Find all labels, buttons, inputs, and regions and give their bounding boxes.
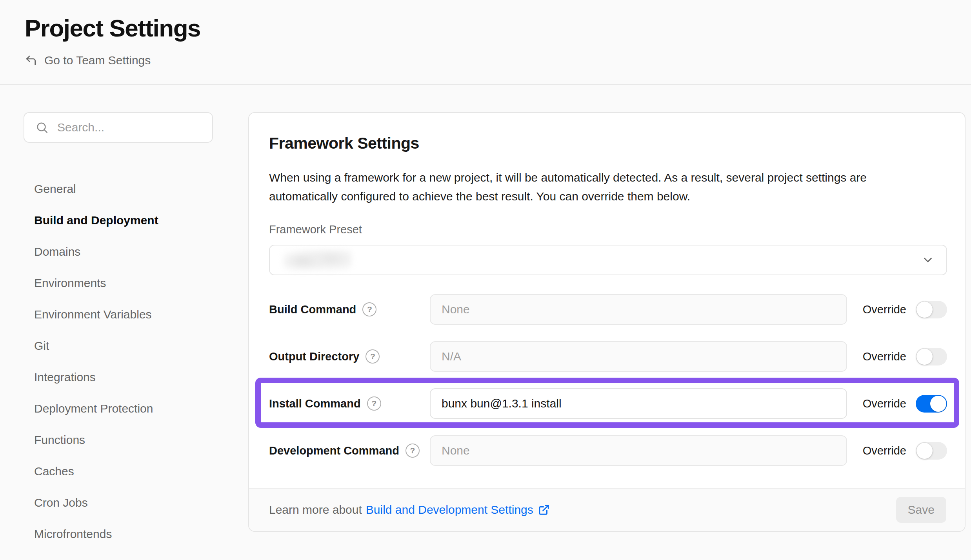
help-icon[interactable]: ? bbox=[365, 349, 380, 364]
development-command-input[interactable] bbox=[430, 435, 847, 466]
toggle-knob bbox=[930, 396, 946, 412]
learn-more-link-label: Build and Development Settings bbox=[366, 503, 533, 516]
install-command-row: Install Command ? Override bbox=[269, 388, 947, 419]
sidebar-item-integrations[interactable]: Integrations bbox=[24, 362, 213, 393]
build-command-row: Build Command ? Override bbox=[269, 294, 947, 325]
toggle-knob bbox=[916, 302, 933, 318]
framework-preset-label: Framework Preset bbox=[269, 223, 947, 236]
output-directory-row: Output Directory ? Override bbox=[269, 341, 947, 372]
back-link-label: Go to Team Settings bbox=[44, 54, 151, 67]
install-command-override-toggle[interactable] bbox=[916, 395, 947, 413]
search-input[interactable] bbox=[57, 121, 201, 134]
override-label: Override bbox=[863, 303, 906, 316]
learn-more-prefix: Learn more about bbox=[269, 503, 362, 516]
sidebar-item-functions[interactable]: Functions bbox=[24, 424, 213, 456]
sidebar-item-deployment-protection[interactable]: Deployment Protection bbox=[24, 393, 213, 424]
output-directory-override-toggle[interactable] bbox=[916, 348, 947, 365]
card-footer: Learn more about Build and Development S… bbox=[249, 488, 965, 531]
sidebar-search[interactable] bbox=[24, 112, 213, 143]
framework-settings-card: Framework Settings When using a framewor… bbox=[248, 112, 966, 532]
build-command-override-toggle[interactable] bbox=[916, 301, 947, 318]
override-label: Override bbox=[863, 397, 906, 410]
output-directory-input[interactable] bbox=[430, 341, 847, 372]
back-to-team-settings-link[interactable]: Go to Team Settings bbox=[25, 54, 151, 67]
search-icon bbox=[35, 121, 49, 134]
build-command-input[interactable] bbox=[430, 294, 847, 325]
settings-rows: Build Command ? Override Output Director… bbox=[269, 294, 947, 466]
toggle-knob bbox=[916, 349, 933, 365]
page-title: Project Settings bbox=[25, 14, 946, 42]
help-icon[interactable]: ? bbox=[405, 444, 420, 458]
development-command-row: Development Command ? Override bbox=[269, 435, 947, 466]
settings-sidebar: GeneralBuild and DeploymentDomainsEnviro… bbox=[24, 112, 213, 550]
learn-more-text: Learn more about Build and Development S… bbox=[269, 503, 550, 516]
override-label: Override bbox=[863, 444, 906, 457]
sidebar-nav: GeneralBuild and DeploymentDomainsEnviro… bbox=[24, 173, 213, 550]
corner-up-left-icon bbox=[25, 54, 37, 67]
sidebar-item-domains[interactable]: Domains bbox=[24, 236, 213, 267]
override-label: Override bbox=[863, 350, 906, 363]
framework-preset-select[interactable] bbox=[269, 245, 947, 275]
page-header: Project Settings Go to Team Settings bbox=[0, 0, 971, 68]
install-command-input[interactable] bbox=[430, 388, 847, 419]
sidebar-item-caches[interactable]: Caches bbox=[24, 456, 213, 487]
build-and-development-settings-link[interactable]: Build and Development Settings bbox=[366, 503, 550, 516]
help-icon[interactable]: ? bbox=[367, 396, 381, 411]
chevron-down-icon bbox=[921, 253, 935, 267]
sidebar-item-general[interactable]: General bbox=[24, 173, 213, 205]
redacted-preset-value bbox=[283, 249, 352, 271]
card-description: When using a framework for a new project… bbox=[269, 168, 928, 206]
sidebar-item-build-and-deployment[interactable]: Build and Deployment bbox=[24, 205, 213, 236]
external-link-icon bbox=[538, 504, 550, 516]
card-title: Framework Settings bbox=[269, 134, 947, 153]
sidebar-item-environments[interactable]: Environments bbox=[24, 267, 213, 299]
development-command-override-toggle[interactable] bbox=[916, 442, 947, 460]
toggle-knob bbox=[916, 443, 933, 459]
sidebar-item-cron-jobs[interactable]: Cron Jobs bbox=[24, 487, 213, 518]
sidebar-item-git[interactable]: Git bbox=[24, 330, 213, 362]
help-icon[interactable]: ? bbox=[362, 302, 376, 316]
sidebar-item-microfrontends[interactable]: Microfrontends bbox=[24, 518, 213, 550]
save-button[interactable]: Save bbox=[896, 497, 946, 523]
sidebar-item-environment-variables[interactable]: Environment Variables bbox=[24, 299, 213, 330]
